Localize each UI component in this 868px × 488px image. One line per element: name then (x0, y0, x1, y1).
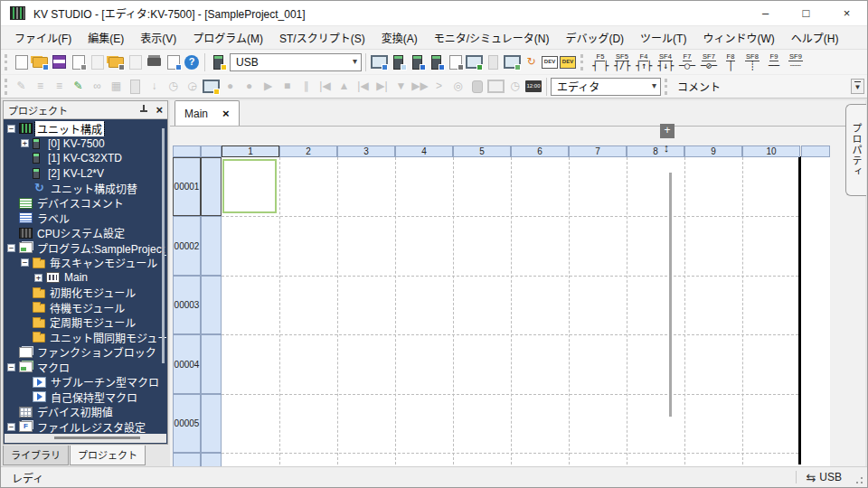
toggle-plus-icon[interactable]: + (34, 274, 42, 282)
simulator-alert-icon[interactable] (202, 78, 221, 95)
save-project-icon[interactable] (50, 53, 69, 70)
step-back-disabled-icon[interactable]: |◀ (354, 78, 373, 95)
print-preview-icon[interactable] (164, 53, 183, 70)
read-from-plc-icon[interactable] (408, 53, 427, 70)
comment-scroll-button[interactable] (851, 79, 864, 94)
toolbar-grip[interactable] (5, 54, 7, 70)
connection-combobox[interactable]: USB (230, 53, 362, 71)
tree-item[interactable]: −マクロ (5, 360, 166, 375)
menu-item[interactable]: 変換(A) (373, 27, 426, 48)
tree-item[interactable]: −ファイルレジスタ設定 (5, 419, 166, 434)
ladder-monitor-icon[interactable] (503, 53, 522, 70)
fkey-sf5-button[interactable]: SF5┤/├ (611, 53, 633, 70)
download-disabled-icon[interactable]: ↓ (145, 78, 164, 95)
plc-function-disabled-icon[interactable] (484, 53, 503, 70)
ladder-rung-area[interactable] (222, 157, 830, 468)
tree-horizontal-scrollbar[interactable] (5, 434, 166, 443)
tab-close-icon[interactable]: × (222, 107, 230, 120)
tree-item[interactable]: +Main (5, 270, 166, 286)
toggle-plus-icon[interactable]: + (21, 139, 29, 147)
menu-item[interactable]: プログラム(M) (184, 27, 271, 48)
pin-icon[interactable] (138, 105, 148, 115)
selected-cell[interactable] (222, 159, 277, 213)
tree-item[interactable]: 初期化モジュール (5, 286, 166, 301)
monitor-transfer-icon[interactable] (370, 53, 389, 70)
program-verify-icon[interactable] (446, 53, 465, 70)
fkey-sf4-button[interactable]: SF4┤↓├ (655, 53, 676, 70)
tree-item[interactable]: ユニット構成切替 (5, 181, 166, 196)
tree-item[interactable]: +[0] KV-7500 (5, 136, 166, 152)
plc-comment-transfer-icon[interactable] (389, 53, 408, 70)
tree-item[interactable]: 自己保持型マクロ (5, 389, 166, 405)
tree-item[interactable]: −プログラム:SampleProject_001 (5, 240, 166, 256)
realtime-chart-disabled-icon[interactable]: ◷ (164, 78, 183, 95)
toolbar-grip[interactable] (665, 79, 667, 95)
step-over-disabled-icon[interactable]: > (429, 78, 448, 95)
clock-display-icon[interactable]: 12:00 (525, 80, 542, 92)
print-icon[interactable] (145, 53, 164, 70)
toggle-minus-icon[interactable]: − (7, 423, 15, 431)
close-button[interactable]: × (826, 1, 867, 25)
tree-vertical-scrollbar[interactable] (162, 128, 165, 363)
menu-item[interactable]: デバッグ(D) (557, 27, 632, 48)
fkey-f8-button[interactable]: F8│ (720, 53, 741, 70)
open-project-icon[interactable] (31, 53, 50, 70)
auto-sync-icon[interactable]: ↻ (522, 53, 541, 70)
menu-item[interactable]: ウィンドウ(W) (694, 27, 782, 48)
toggle-minus-icon[interactable]: − (7, 363, 15, 371)
menu-item[interactable]: モニタ/シミュレータ(N) (426, 27, 558, 48)
device-value-dev-2-icon[interactable]: DEV (560, 56, 576, 69)
fkey-f7-button[interactable]: F7─○─ (676, 53, 698, 70)
tree-item[interactable]: [1] KV-C32XTD (5, 151, 166, 166)
step-down-disabled-icon[interactable]: ▼ (392, 78, 410, 95)
tree-item[interactable]: CPUシステム設定 (5, 226, 166, 241)
fkey-f5-button[interactable]: F5┤ ├ (590, 53, 611, 70)
close-ladder-disabled-icon[interactable] (126, 53, 145, 70)
step-forward-disabled-icon[interactable]: ▶| (373, 78, 392, 95)
pause-disabled-icon[interactable]: ∥ (297, 78, 316, 95)
watch-window-disabled-icon[interactable]: ∞ (88, 78, 107, 95)
trace-setting-disabled-icon[interactable]: ◶ (183, 78, 202, 95)
tree-item[interactable]: ユニット間同期モジュール (5, 330, 166, 345)
maximize-button[interactable]: □ (786, 1, 826, 25)
comm-settings-icon[interactable] (209, 53, 228, 70)
write-to-plc-icon[interactable] (427, 53, 446, 70)
stopwatch-disabled-icon[interactable]: ◷ (505, 78, 524, 95)
project-panel-close-icon[interactable]: × (156, 105, 163, 115)
panel-tab-library[interactable]: ライブラリ (3, 446, 69, 465)
save-ladder-icon[interactable] (69, 53, 88, 70)
editor-tab-main[interactable]: Main × (175, 100, 240, 126)
device-value-dev-icon[interactable]: DEV (542, 56, 558, 69)
fkey-f9-button[interactable]: F9── (763, 53, 785, 70)
tree-scrollbar-thumb[interactable] (54, 436, 140, 439)
help-icon[interactable]: ? (184, 55, 199, 70)
watch-edit-icon[interactable]: ✎ (69, 78, 88, 95)
tree-item[interactable]: −ユニット構成 (5, 121, 166, 136)
menu-item[interactable]: ST/スクリプト(S) (271, 27, 373, 48)
mnemonic-list-disabled-icon[interactable]: ≡ (31, 78, 50, 95)
fkey-sf8-button[interactable]: SF8┊ (741, 53, 763, 70)
skip-back-disabled-icon[interactable]: |◀ (316, 78, 335, 95)
step-up-disabled-icon[interactable]: ▲ (335, 78, 354, 95)
minimize-button[interactable]: – (745, 1, 786, 25)
row-resize-icon[interactable]: ↕ (658, 140, 675, 156)
toolbar-grip[interactable] (5, 79, 7, 95)
monitor-edit-icon[interactable] (465, 53, 484, 70)
skip-forward-disabled-icon[interactable]: ▶▶ (410, 78, 429, 95)
fkey-f4-button[interactable]: F4┤↑├ (633, 53, 655, 70)
new-project-icon[interactable] (12, 53, 31, 70)
record-stop-disabled-icon[interactable]: ● (240, 78, 259, 95)
pause-hand-disabled-icon[interactable] (467, 78, 486, 95)
menu-item[interactable]: ヘルプ(H) (783, 27, 847, 48)
toggle-minus-icon[interactable]: − (21, 258, 29, 267)
menu-item[interactable]: 表示(V) (132, 27, 184, 48)
tree-item[interactable]: ファンクションブロック (5, 345, 166, 361)
mode-combobox[interactable]: エディタ (551, 78, 661, 96)
panel-tab-project[interactable]: プロジェクト (70, 446, 146, 465)
toggle-minus-icon[interactable]: − (7, 125, 15, 133)
menu-item[interactable]: ファイル(F) (6, 27, 80, 48)
toolbar-grip[interactable] (580, 54, 583, 70)
monitor-refresh-disabled-icon[interactable] (486, 78, 505, 95)
editor-vertical-scrollbar[interactable] (669, 173, 672, 417)
save-ladder-as-disabled-icon[interactable] (88, 53, 107, 70)
